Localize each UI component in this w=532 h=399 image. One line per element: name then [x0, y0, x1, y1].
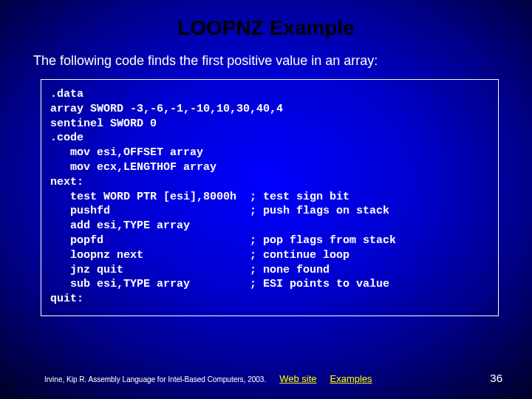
code-box: .data array SWORD -3,-6,-1,-10,10,30,40,… — [41, 79, 499, 316]
page-number: 36 — [490, 372, 502, 384]
code-listing: .data array SWORD -3,-6,-1,-10,10,30,40,… — [50, 87, 489, 307]
credit-text: Irvine, Kip R. Assembly Language for Int… — [44, 375, 266, 383]
examples-link[interactable]: Examples — [330, 373, 372, 384]
website-link[interactable]: Web site — [279, 373, 316, 384]
footer-left: Irvine, Kip R. Assembly Language for Int… — [44, 373, 372, 384]
slide-title: LOOPNZ Example — [0, 0, 532, 40]
footer: Irvine, Kip R. Assembly Language for Int… — [0, 372, 532, 384]
intro-text: The following code finds the first posit… — [0, 40, 532, 69]
